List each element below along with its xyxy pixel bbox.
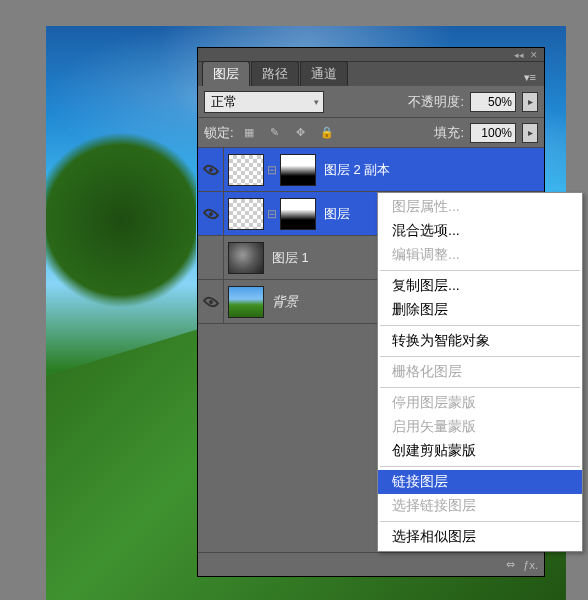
ctx-separator (380, 387, 580, 388)
opacity-input[interactable]: 50% (470, 92, 516, 112)
ctx-separator (380, 466, 580, 467)
lock-transparency-icon[interactable]: ▦ (240, 125, 258, 141)
layer-row[interactable]: ⊟ 图层 2 副本 (198, 148, 544, 192)
layer-thumbnail[interactable] (228, 286, 264, 318)
layer-thumbnail[interactable] (228, 154, 264, 186)
mask-link-icon[interactable]: ⊟ (266, 207, 278, 221)
ctx-delete-layer[interactable]: 删除图层 (378, 298, 582, 322)
eye-icon[interactable] (202, 161, 219, 178)
ctx-separator (380, 325, 580, 326)
layer-name[interactable]: 图层 2 副本 (318, 161, 544, 179)
fill-label: 填充: (434, 124, 464, 142)
tab-channels[interactable]: 通道 (300, 61, 348, 86)
ctx-separator (380, 270, 580, 271)
eye-icon[interactable] (202, 205, 219, 222)
layer-thumbnail[interactable] (228, 198, 264, 230)
lock-pixels-icon[interactable]: ✎ (266, 125, 284, 141)
lock-icons: ▦ ✎ ✥ 🔒 (240, 125, 336, 141)
ctx-convert-smart-object[interactable]: 转换为智能对象 (378, 329, 582, 353)
ctx-create-clipping-mask[interactable]: 创建剪贴蒙版 (378, 439, 582, 463)
context-menu: 图层属性... 混合选项... 编辑调整... 复制图层... 删除图层 转换为… (377, 192, 583, 552)
opacity-flyout-icon[interactable]: ▸ (522, 92, 538, 112)
tab-layers[interactable]: 图层 (202, 61, 250, 86)
ctx-disable-layer-mask[interactable]: 停用图层蒙版 (378, 391, 582, 415)
layer-mask-thumbnail[interactable] (280, 154, 316, 186)
opacity-label: 不透明度: (408, 93, 464, 111)
ctx-enable-vector-mask[interactable]: 启用矢量蒙版 (378, 415, 582, 439)
ctx-layer-properties[interactable]: 图层属性... (378, 195, 582, 219)
visibility-toggle[interactable] (198, 236, 224, 279)
tab-paths[interactable]: 路径 (251, 61, 299, 86)
lock-label: 锁定: (204, 124, 234, 142)
link-layers-icon[interactable]: ⇔ (506, 558, 515, 571)
collapse-icon[interactable]: ◂◂ (514, 50, 524, 60)
mask-link-icon[interactable]: ⊟ (266, 163, 278, 177)
eye-icon[interactable] (202, 293, 219, 310)
ctx-separator (380, 356, 580, 357)
panel-menu-icon[interactable]: ▾≡ (516, 69, 544, 86)
fill-input[interactable]: 100% (470, 123, 516, 143)
tree-area (46, 120, 196, 320)
lock-position-icon[interactable]: ✥ (292, 125, 310, 141)
panel-titlebar: ◂◂ ✕ (198, 48, 544, 62)
ctx-select-linked-layers[interactable]: 选择链接图层 (378, 494, 582, 518)
fill-flyout-icon[interactable]: ▸ (522, 123, 538, 143)
blend-mode-select[interactable]: 正常 (204, 91, 324, 113)
ctx-edit-adjustment[interactable]: 编辑调整... (378, 243, 582, 267)
panel-tabs: 图层 路径 通道 ▾≡ (198, 62, 544, 86)
layer-mask-thumbnail[interactable] (280, 198, 316, 230)
panel-footer: ⇔ ƒx. (198, 552, 544, 576)
fx-icon[interactable]: ƒx. (523, 559, 538, 571)
ctx-select-similar-layers[interactable]: 选择相似图层 (378, 525, 582, 549)
lock-all-icon[interactable]: 🔒 (318, 125, 336, 141)
ctx-separator (380, 521, 580, 522)
ctx-blending-options[interactable]: 混合选项... (378, 219, 582, 243)
ctx-link-layers[interactable]: 链接图层 (378, 470, 582, 494)
layer-thumbnail[interactable] (228, 242, 264, 274)
ctx-duplicate-layer[interactable]: 复制图层... (378, 274, 582, 298)
ctx-rasterize-layer[interactable]: 栅格化图层 (378, 360, 582, 384)
close-icon[interactable]: ✕ (530, 50, 538, 60)
